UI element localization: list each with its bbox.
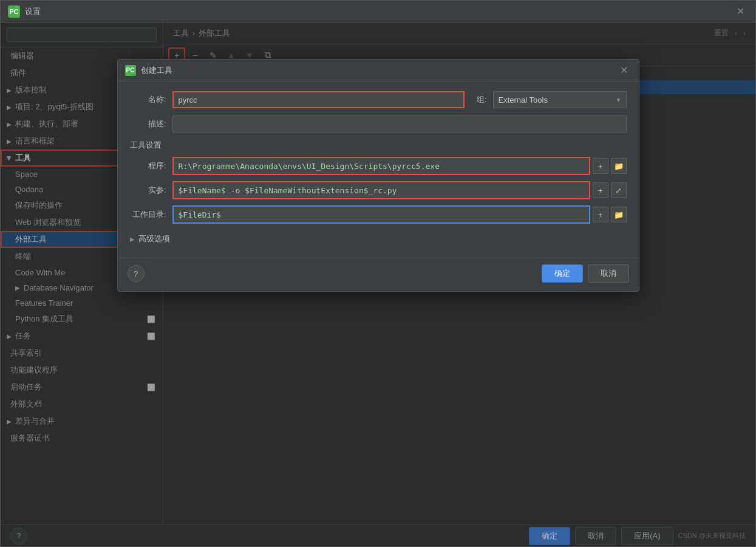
dialog-body: 名称: 组: External Tools ▼ <box>163 81 639 258</box>
app-icon: PC <box>8 5 20 18</box>
main-panel: 工具 › 外部工具 重置 ‹ › + − ✎ <box>163 22 755 525</box>
dialog-footer: ? 确定 取消 <box>163 258 639 291</box>
workdir-row: 工作目录: + 📁 <box>163 205 627 224</box>
dialog-titlebar: PC 创建工具 ✕ <box>163 60 639 81</box>
group-label: 组: <box>477 94 487 105</box>
program-add-btn[interactable]: + <box>593 158 608 174</box>
program-browse-btn[interactable]: 📁 <box>611 158 627 174</box>
window-close-button[interactable]: ✕ <box>733 4 748 18</box>
dialog-close-button[interactable]: ✕ <box>616 63 632 77</box>
dialog-overlay: PC 创建工具 ✕ 名称: 组: <box>163 22 755 525</box>
window-title: 设置 <box>25 6 733 17</box>
dialog-footer-right: 确定 取消 <box>542 264 629 283</box>
main-window: PC 设置 ✕ 编辑器 插件 🌐 ▶ 版本控制 ⬜ <box>0 0 756 547</box>
workdir-input[interactable] <box>172 205 590 224</box>
args-input[interactable] <box>172 181 590 199</box>
title-bar: PC 设置 ✕ <box>1 1 755 22</box>
args-row: 实参: + ⤢ <box>163 181 627 199</box>
group-select[interactable]: External Tools <box>493 91 627 108</box>
program-input-wrapper: + 📁 <box>172 157 627 175</box>
name-input[interactable] <box>172 91 465 108</box>
desc-input[interactable] <box>172 115 627 132</box>
program-label: 程序: <box>163 160 166 171</box>
desc-row: 描述: <box>163 115 627 132</box>
workdir-browse-btn[interactable]: 📁 <box>611 207 627 222</box>
workdir-input-wrapper: + 📁 <box>172 205 627 224</box>
advanced-label: 高级选项 <box>163 233 170 244</box>
desc-label: 描述: <box>163 119 166 129</box>
tool-settings-title: 工具设置 <box>163 140 627 151</box>
workdir-add-btn[interactable]: + <box>593 207 608 222</box>
tool-settings: 工具设置 程序: + 📁 <box>163 140 627 224</box>
dialog-cancel-button[interactable]: 取消 <box>588 264 629 283</box>
program-input[interactable] <box>172 157 590 175</box>
args-input-wrapper: + ⤢ <box>172 181 627 199</box>
workdir-label: 工作目录: <box>163 209 166 220</box>
program-row: 程序: + 📁 <box>163 157 627 175</box>
args-expand-btn[interactable]: ⤢ <box>611 182 627 198</box>
name-label: 名称: <box>163 94 166 105</box>
name-group-row: 名称: 组: External Tools ▼ <box>163 91 627 108</box>
group-select-wrapper: External Tools ▼ <box>493 91 627 108</box>
args-add-btn[interactable]: + <box>593 182 608 198</box>
advanced-section[interactable]: ▶ 高级选项 <box>163 230 627 248</box>
args-label: 实参: <box>163 185 166 196</box>
content-area: 编辑器 插件 🌐 ▶ 版本控制 ⬜ ▶ 项目: 2、pyqt5-折线图 ⬜ <box>1 22 755 525</box>
create-tool-dialog: PC 创建工具 ✕ 名称: 组: <box>163 59 639 292</box>
dialog-ok-button[interactable]: 确定 <box>542 264 583 283</box>
dialog-title: 创建工具 <box>163 65 616 76</box>
